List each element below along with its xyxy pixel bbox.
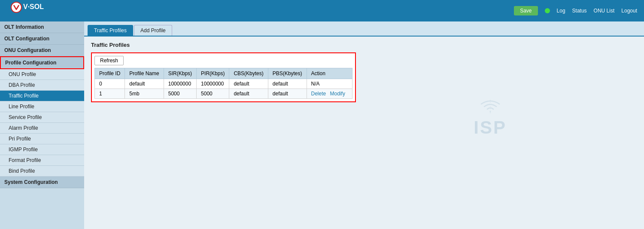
save-button[interactable]: Save [514,6,538,15]
sidebar-item-dba-profile[interactable]: DBA Profile [0,80,84,91]
col-sir: SIR(Kbps) [164,68,196,79]
cell-name-1: 5mb [125,89,164,99]
cell-action-0: N/A [307,79,352,89]
sidebar: OLT Information OLT Configuration ONU Co… [0,21,84,229]
sidebar-item-service-profile[interactable]: Service Profile [0,112,84,123]
col-cbs: CBS(Kbytes) [229,68,268,79]
traffic-profiles-table: Profile ID Profile Name SIR(Kbps) PIR(Kb… [94,68,352,99]
onu-list-link[interactable]: ONU List [594,8,615,14]
content-area: Traffic Profiles Refresh Profile ID Prof… [84,37,644,107]
cell-cbs-1: default [229,89,268,99]
sidebar-item-igmp-profile[interactable]: IGMP Profile [0,144,84,155]
svg-text:V·SOL: V·SOL [23,3,44,10]
sidebar-item-onu-profile[interactable]: ONU Profile [0,69,84,80]
cell-sir-0: 10000000 [164,79,196,89]
cell-name-0: default [125,79,164,89]
top-header: V·SOL Save Log Status ONU List Logout [0,0,644,21]
logo-area: V·SOL [7,1,91,20]
isp-signal-icon [474,99,507,117]
delete-link[interactable]: Delete [311,91,326,97]
col-profile-id: Profile ID [95,68,125,79]
header-right: Save Log Status ONU List Logout [514,6,637,15]
main-content: Traffic Profiles Add Profile Traffic Pro… [84,21,644,229]
isp-watermark: ISP [474,99,507,138]
cell-cbs-0: default [229,79,268,89]
sidebar-section-olt-configuration[interactable]: OLT Configuration [0,33,84,45]
tab-traffic-profiles[interactable]: Traffic Profiles [88,25,133,36]
cell-action-1: Delete Modify [307,89,352,99]
modify-link[interactable]: Modify [330,91,345,97]
layout: OLT Information OLT Configuration ONU Co… [0,21,644,229]
sidebar-section-profile-configuration[interactable]: Profile Configuration [0,56,84,69]
refresh-button[interactable]: Refresh [94,56,124,65]
table-container: Refresh Profile ID Profile Name SIR(Kbps… [91,52,356,102]
col-pir: PIR(Kbps) [197,68,229,79]
col-profile-name: Profile Name [125,68,164,79]
sidebar-section-system-configuration[interactable]: System Configuration [0,177,84,188]
cell-pbs-1: default [268,89,307,99]
cell-pbs-0: default [268,79,307,89]
isp-text: ISP [474,117,507,138]
sidebar-item-traffic-profile[interactable]: Traffic Profile [0,91,84,101]
table-header-row: Profile ID Profile Name SIR(Kbps) PIR(Kb… [95,68,352,79]
table-row: 1 5mb 5000 5000 default default Delete M… [95,89,352,99]
cell-id-1: 1 [95,89,125,99]
cell-sir-1: 5000 [164,89,196,99]
tab-add-profile[interactable]: Add Profile [134,25,172,36]
status-link[interactable]: Status [572,8,587,14]
sidebar-item-alarm-profile[interactable]: Alarm Profile [0,123,84,134]
sidebar-section-olt-information[interactable]: OLT Information [0,21,84,33]
page-title: Traffic Profiles [91,42,637,48]
table-row: 0 default 10000000 10000000 default defa… [95,79,352,89]
status-indicator [545,8,550,13]
sidebar-item-format-profile[interactable]: Format Profile [0,155,84,166]
logout-link[interactable]: Logout [621,8,637,14]
tab-bar: Traffic Profiles Add Profile [84,21,644,37]
sidebar-item-line-profile[interactable]: Line Profile [0,101,84,112]
svg-point-0 [11,2,21,12]
sidebar-item-pri-profile[interactable]: Pri Profile [0,134,84,144]
vsol-logo: V·SOL [7,1,58,20]
log-link[interactable]: Log [557,8,565,14]
cell-pir-0: 10000000 [197,79,229,89]
col-pbs: PBS(Kbytes) [268,68,307,79]
cell-id-0: 0 [95,79,125,89]
cell-pir-1: 5000 [197,89,229,99]
sidebar-item-bind-profile[interactable]: Bind Profile [0,166,84,177]
sidebar-section-onu-configuration[interactable]: ONU Configuration [0,45,84,56]
col-action: Action [307,68,352,79]
